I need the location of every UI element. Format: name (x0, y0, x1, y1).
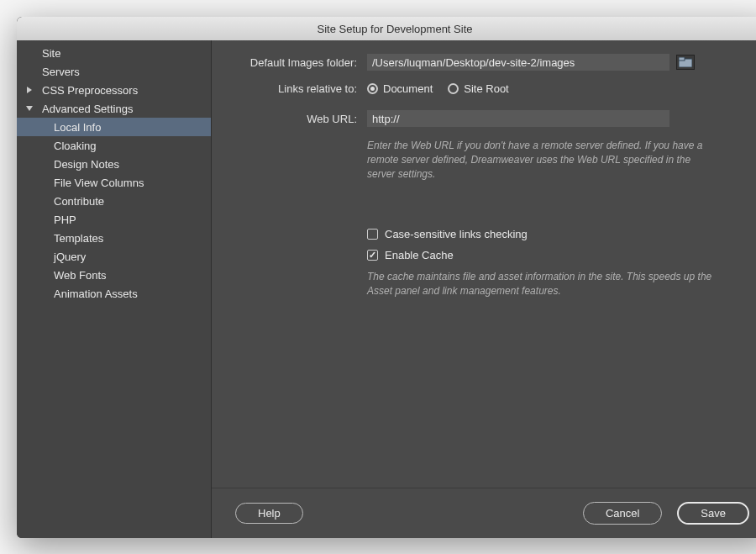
sidebar-item-web-fonts[interactable]: Web Fonts (17, 266, 211, 284)
sidebar-item-site[interactable]: Site (17, 44, 211, 62)
sidebar-item-local-info[interactable]: Local Info (17, 118, 211, 136)
links-relative-row: Links relative to: Document Site Root (220, 82, 748, 95)
chevron-down-icon[interactable] (24, 103, 35, 114)
sidebar-item-label: Templates (54, 232, 103, 245)
svg-marker-1 (26, 106, 33, 111)
save-button[interactable]: Save (677, 502, 749, 525)
enable-cache-checkbox[interactable] (367, 250, 378, 261)
sidebar-item-label: File View Columns (54, 177, 144, 189)
window-title: Site Setup for Development Site (318, 23, 473, 35)
sidebar-item-label: Advanced Settings (42, 103, 133, 115)
sidebar-item-php[interactable]: PHP (17, 210, 211, 229)
chevron-right-icon[interactable] (24, 84, 35, 96)
svg-marker-0 (27, 87, 32, 93)
web-url-label: Web URL: (220, 113, 367, 125)
sidebar-item-animation-assets[interactable]: Animation Assets (17, 284, 211, 303)
sidebar-item-label: Site (42, 47, 60, 60)
sidebar-item-label: Web Fonts (54, 269, 107, 282)
content-area: Default Images folder: Links relative to… (212, 40, 756, 298)
sidebar-item-servers[interactable]: Servers (17, 62, 211, 81)
cache-help-text: The cache maintains file and asset infor… (367, 270, 720, 298)
links-radio-group: Document Site Root (367, 82, 509, 95)
enable-cache-label: Enable Cache (385, 249, 454, 261)
footer: Help Cancel Save (212, 488, 756, 538)
dialog-window: Site Setup for Development Site Site Ser… (17, 17, 756, 538)
sidebar-item-label: Design Notes (54, 158, 119, 171)
sidebar-item-label: CSS Preprocessors (42, 84, 138, 97)
images-folder-input[interactable] (367, 54, 669, 71)
sidebar-item-label: Contribute (54, 195, 104, 208)
sidebar-item-contribute[interactable]: Contribute (17, 192, 211, 210)
images-folder-row: Default Images folder: (220, 54, 748, 71)
cancel-button[interactable]: Cancel (583, 502, 662, 525)
sidebar-item-jquery[interactable]: jQuery (17, 247, 211, 266)
case-sensitive-row: Case-sensitive links checking (367, 228, 748, 240)
folder-icon (679, 57, 692, 67)
radio-site-root[interactable]: Site Root (448, 82, 508, 95)
radio-document[interactable]: Document (367, 82, 433, 95)
case-sensitive-checkbox[interactable] (367, 229, 378, 240)
sidebar-item-label: PHP (54, 214, 76, 226)
radio-document-label: Document (383, 82, 433, 95)
svg-rect-3 (679, 57, 685, 61)
sidebar-item-file-view-columns[interactable]: File View Columns (17, 173, 211, 192)
sidebar-item-templates[interactable]: Templates (17, 229, 211, 247)
chevron-placeholder-icon (24, 66, 35, 77)
radio-icon (367, 83, 378, 94)
sidebar-item-label: Animation Assets (54, 288, 138, 300)
web-url-row: Web URL: (220, 110, 748, 127)
chevron-placeholder-icon (24, 47, 35, 59)
radio-site-root-label: Site Root (464, 82, 508, 95)
sidebar: Site Servers CSS Preprocessors Advanced … (17, 40, 212, 538)
sidebar-item-label: Cloaking (54, 140, 97, 152)
sidebar-item-label: Servers (42, 66, 80, 78)
web-url-input[interactable] (367, 110, 669, 127)
sidebar-item-design-notes[interactable]: Design Notes (17, 155, 211, 173)
sidebar-item-advanced-settings[interactable]: Advanced Settings (17, 99, 211, 118)
browse-folder-button[interactable] (676, 55, 695, 70)
sidebar-item-label: Local Info (54, 121, 101, 134)
web-url-help-text: Enter the Web URL if you don't have a re… (367, 139, 720, 181)
dialog-body: Site Servers CSS Preprocessors Advanced … (17, 40, 756, 538)
titlebar: Site Setup for Development Site (17, 17, 756, 40)
main-panel: Default Images folder: Links relative to… (212, 40, 756, 538)
enable-cache-row: Enable Cache (367, 249, 748, 261)
sidebar-item-cloaking[interactable]: Cloaking (17, 136, 211, 155)
case-sensitive-label: Case-sensitive links checking (385, 228, 528, 240)
sidebar-item-css-preprocessors[interactable]: CSS Preprocessors (17, 81, 211, 99)
images-folder-label: Default Images folder: (220, 56, 367, 69)
radio-icon (448, 83, 459, 94)
sidebar-item-label: jQuery (54, 251, 86, 263)
help-button[interactable]: Help (235, 503, 303, 524)
links-relative-label: Links relative to: (220, 82, 367, 95)
